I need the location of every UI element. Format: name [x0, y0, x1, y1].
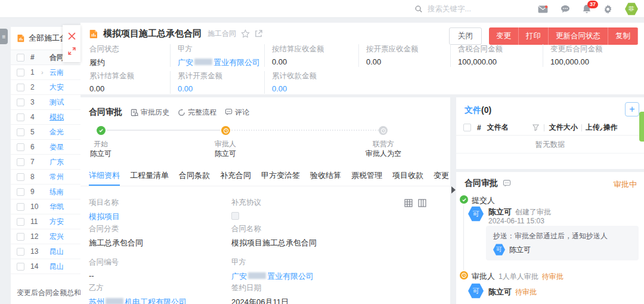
contract-link[interactable]: 昆山: [49, 262, 64, 272]
row-checkbox[interactable]: [17, 173, 24, 181]
column-view-icon[interactable]: [418, 199, 426, 207]
contract-link[interactable]: 云南: [49, 67, 64, 78]
gear-icon[interactable]: [603, 5, 612, 14]
row-index: 12: [30, 232, 41, 241]
row-checkbox[interactable]: [17, 158, 24, 166]
collapse-right-panel-handle[interactable]: [451, 186, 456, 194]
action-button[interactable]: 更新合同状态: [549, 27, 608, 45]
row-checkbox[interactable]: [17, 248, 24, 256]
contract-list-row[interactable]: 12 › 宏兴: [11, 229, 80, 244]
supplement-checkbox[interactable]: [231, 212, 239, 220]
full-process-link[interactable]: 完整流程: [178, 108, 216, 118]
user-avatar[interactable]: 菲: [625, 2, 638, 16]
detail-tab[interactable]: 票税管理: [351, 167, 382, 186]
approval-flow-header: 合同审批 审批历史 完整流程 评论: [89, 107, 249, 118]
action-button[interactable]: 复制: [608, 27, 638, 45]
row-checkbox[interactable]: [17, 113, 24, 121]
contract-link[interactable]: 模拟: [49, 112, 64, 122]
contract-link[interactable]: 测试: [49, 97, 64, 108]
detail-tab[interactable]: 合同条款: [179, 167, 210, 186]
detail-tab[interactable]: 验收结算: [310, 167, 341, 186]
row-checkbox[interactable]: [17, 128, 24, 136]
row-checkbox[interactable]: [17, 99, 24, 106]
row-checkbox[interactable]: [17, 233, 24, 241]
party-a-link[interactable]: 广安置业有限公司: [178, 57, 260, 68]
contract-list-row[interactable]: 1 › 云南: [11, 65, 80, 80]
submitter-label: 提交人: [472, 195, 495, 206]
row-checkbox[interactable]: [17, 203, 24, 211]
step-start-check-icon: [97, 126, 106, 135]
table-view-icon[interactable]: [404, 199, 413, 207]
detail-tab[interactable]: 补充合同: [220, 167, 251, 186]
contract-link[interactable]: 华凯: [49, 202, 64, 212]
open-in-new-icon[interactable]: [255, 30, 262, 38]
submitter-name[interactable]: 陈立可: [488, 207, 512, 217]
approver-name[interactable]: 陈立可: [488, 287, 512, 297]
party-a-link[interactable]: 广安置业有限公司: [231, 271, 314, 282]
contract-list-row[interactable]: 13 › 昆山: [11, 244, 80, 259]
message-icon[interactable]: [561, 5, 570, 13]
action-button[interactable]: 变更: [489, 27, 519, 45]
detail-tab[interactable]: 项目收款: [392, 167, 423, 186]
project-link[interactable]: 模拟项目: [89, 211, 120, 222]
detail-tab[interactable]: 变更: [434, 167, 449, 186]
total-received-link[interactable]: 0.00: [272, 84, 317, 93]
detail-tab[interactable]: 工程量清单: [130, 167, 169, 186]
row-checkbox[interactable]: [17, 143, 24, 151]
comments-link[interactable]: 评论: [225, 108, 249, 118]
search-input[interactable]: [428, 5, 517, 13]
contract-list-row[interactable]: 14 › 昆山: [11, 259, 80, 274]
detail-tab[interactable]: 详细资料: [89, 167, 120, 186]
select-all-checkbox[interactable]: [17, 54, 24, 62]
row-checkbox[interactable]: [17, 69, 24, 76]
row-checkbox[interactable]: [17, 263, 24, 271]
contract-list-row[interactable]: 10 › 华凯: [11, 199, 80, 214]
close-list-icon[interactable]: [68, 32, 76, 40]
expand-list-icon[interactable]: [68, 47, 76, 55]
contract-list-row[interactable]: 4 › 模拟: [11, 110, 80, 125]
contract-list-row[interactable]: 5 › 金光: [11, 125, 80, 140]
bell-icon[interactable]: 37: [583, 4, 591, 14]
global-search[interactable]: [414, 0, 517, 18]
row-checkbox[interactable]: [17, 218, 24, 226]
filter-funnel-icon[interactable]: [532, 124, 539, 131]
sidebar-toggle-handle[interactable]: ≡: [0, 29, 8, 44]
party-b-link[interactable]: 苏州机电工程有限公司: [89, 297, 187, 304]
contract-list-row[interactable]: 9 › 练南: [11, 185, 80, 199]
files-action-header: 操作: [603, 122, 618, 133]
contract-link[interactable]: 练南: [49, 187, 64, 197]
contract-list-row[interactable]: 8 › 常州: [11, 170, 80, 185]
close-button[interactable]: 关闭: [449, 27, 482, 45]
mail-icon[interactable]: [538, 5, 548, 13]
contract-link[interactable]: 常州: [49, 172, 64, 182]
files-select-all-checkbox[interactable]: [463, 124, 471, 131]
right-edge-scroll-tab[interactable]: [639, 112, 644, 142]
contract-link[interactable]: 娄星: [49, 142, 64, 152]
contract-link[interactable]: 广东: [49, 157, 64, 167]
contract-list-row[interactable]: 11 › 方安: [11, 214, 80, 229]
files-empty-state: 暂无数据: [456, 136, 644, 153]
step-approver-label: 审批人: [193, 139, 258, 149]
approval-history-link[interactable]: 审批历史: [131, 108, 169, 118]
contract-list-row[interactable]: 3 › 测试: [11, 95, 80, 110]
cc-name[interactable]: 陈立可: [509, 245, 531, 255]
contract-link[interactable]: 宏兴: [49, 232, 64, 242]
detail-tab[interactable]: 甲方变洽签: [261, 167, 300, 186]
info-total-settled: 累计结算金额 0.00: [89, 71, 134, 93]
contract-link[interactable]: 昆山: [49, 247, 64, 257]
contract-link[interactable]: 方安: [49, 217, 64, 227]
contract-link[interactable]: 大安: [49, 82, 64, 93]
contract-list-row[interactable]: 2 › 大安: [11, 80, 80, 95]
view-switcher: [404, 199, 426, 207]
contract-link[interactable]: 金光: [49, 127, 64, 137]
action-button[interactable]: 打印: [519, 27, 549, 45]
comment-icon[interactable]: [503, 180, 511, 188]
expand-arrow-icon[interactable]: ›: [41, 69, 49, 76]
submitter-avatar: 可: [468, 206, 484, 222]
favorite-star-icon[interactable]: [241, 29, 250, 38]
total-invoiced-link[interactable]: 0.00: [178, 84, 222, 93]
contract-detail-panel: 合同审批 审批历史 完整流程 评论 开始 陈立可 审批人 陈立可 联营方 审批人…: [80, 97, 450, 304]
row-checkbox[interactable]: [17, 84, 24, 91]
row-checkbox[interactable]: [17, 188, 24, 196]
add-file-button[interactable]: +: [625, 102, 639, 116]
